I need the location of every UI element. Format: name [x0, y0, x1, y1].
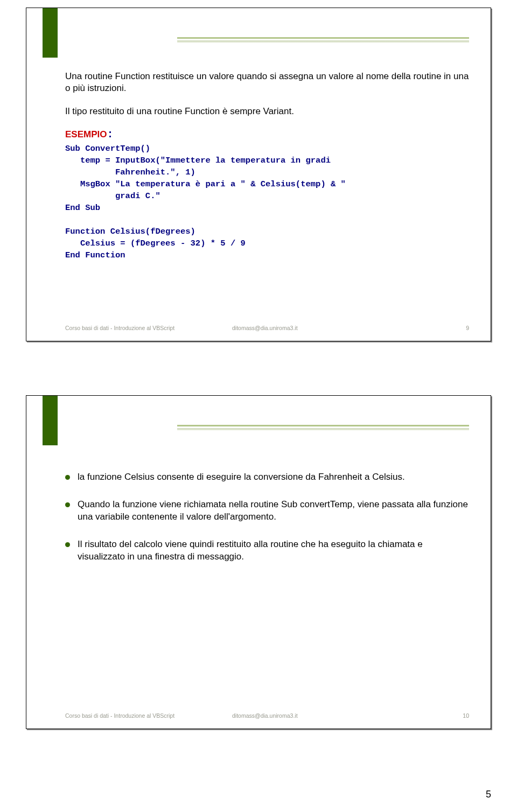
code-block: Sub ConvertTemp() temp = InputBox("Immet…	[65, 143, 469, 261]
bullet-text: la funzione Celsius consente di eseguire…	[78, 471, 405, 484]
list-item: la funzione Celsius consente di eseguire…	[65, 471, 469, 484]
footer-mid: ditomass@dia.uniroma3.it	[232, 712, 448, 719]
decoration-rule	[177, 428, 469, 430]
list-item: Quando la funzione viene richiamata nell…	[65, 499, 469, 523]
bullet-list: la funzione Celsius consente di eseguire…	[65, 471, 469, 563]
document-page-number: 5	[486, 789, 491, 800]
decoration-rule	[177, 37, 469, 39]
bullet-icon	[65, 502, 70, 507]
decoration-stripe	[43, 8, 58, 58]
slide-2: la funzione Celsius consente di eseguire…	[26, 395, 491, 729]
slide-footer: Corso basi di dati - Introduzione al VBS…	[65, 325, 469, 331]
slide-1-content: Una routine Function restituisce un valo…	[65, 71, 469, 261]
bullet-icon	[65, 542, 70, 547]
paragraph: Una routine Function restituisce un valo…	[65, 71, 469, 95]
paragraph: Il tipo restituito di una routine Functi…	[65, 106, 469, 117]
footer-left: Corso basi di dati - Introduzione al VBS…	[65, 712, 232, 719]
page: Una routine Function restituisce un valo…	[0, 0, 517, 812]
footer-page-num: 10	[448, 712, 469, 719]
footer-page-num: 9	[448, 325, 469, 331]
decoration-rule	[177, 40, 469, 43]
list-item: Il risultato del calcolo viene quindi re…	[65, 538, 469, 563]
slide-2-content: la funzione Celsius consente di eseguire…	[65, 471, 469, 578]
decoration-stripe	[43, 396, 58, 445]
slide-footer: Corso basi di dati - Introduzione al VBS…	[65, 712, 469, 719]
slide-1: Una routine Function restituisce un valo…	[26, 8, 491, 341]
bullet-text: Quando la funzione viene richiamata nell…	[78, 499, 469, 523]
footer-left: Corso basi di dati - Introduzione al VBS…	[65, 325, 232, 331]
example-label: ESEMPIO:	[65, 128, 469, 141]
footer-mid: ditomass@dia.uniroma3.it	[232, 325, 448, 331]
decoration-rule	[177, 425, 469, 426]
bullet-icon	[65, 475, 70, 480]
bullet-text: Il risultato del calcolo viene quindi re…	[78, 538, 469, 563]
